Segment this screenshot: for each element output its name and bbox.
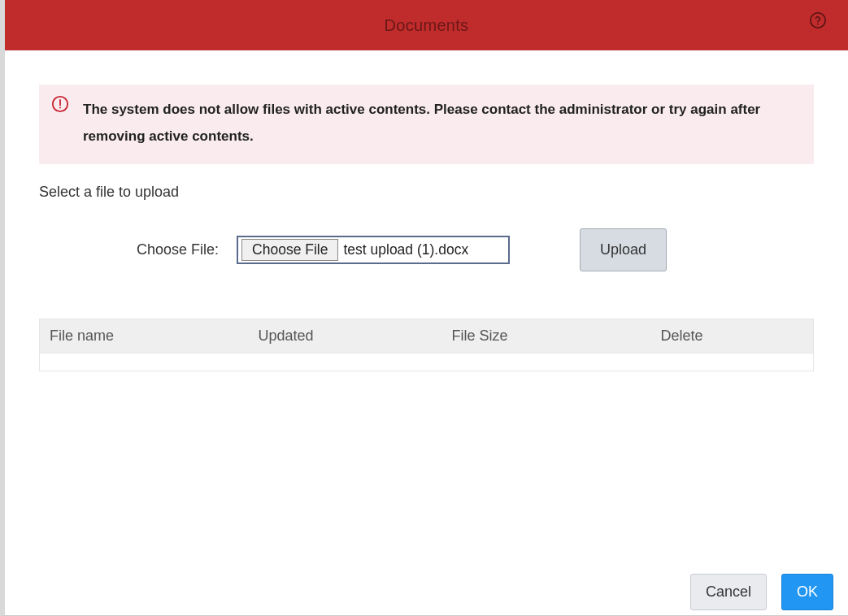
- files-table: File name Updated File Size Delete: [39, 319, 814, 371]
- table-header: File name Updated File Size Delete: [40, 319, 814, 354]
- documents-modal: Documents The system does not allow file…: [0, 0, 848, 616]
- error-message: The system does not allow files with act…: [83, 96, 799, 150]
- svg-point-0: [811, 13, 825, 28]
- svg-point-1: [817, 24, 819, 25]
- col-updated: Updated: [249, 319, 442, 354]
- cancel-button[interactable]: Cancel: [690, 574, 767, 610]
- col-file-size: File Size: [442, 319, 651, 354]
- select-file-label: Select a file to upload: [39, 184, 814, 201]
- modal-title: Documents: [385, 16, 469, 35]
- col-delete: Delete: [651, 319, 814, 354]
- modal-footer: Cancel OK: [5, 568, 848, 615]
- col-file-name: File name: [40, 319, 249, 354]
- choose-file-button[interactable]: Choose File: [241, 239, 338, 261]
- selected-file-name: test upload (1).docx: [343, 241, 468, 258]
- error-alert: The system does not allow files with act…: [39, 85, 814, 164]
- exclamation-circle-icon: [51, 95, 69, 113]
- ok-button[interactable]: OK: [781, 574, 833, 610]
- modal-content: The system does not allow files with act…: [5, 50, 848, 371]
- help-icon[interactable]: [809, 11, 827, 29]
- svg-point-4: [59, 107, 61, 109]
- file-input[interactable]: Choose File test upload (1).docx: [237, 236, 510, 264]
- upload-button[interactable]: Upload: [580, 228, 667, 271]
- choose-file-label: Choose File:: [137, 241, 219, 258]
- table-row: [40, 354, 814, 371]
- modal-header: Documents: [5, 0, 848, 50]
- upload-row: Choose File: Choose File test upload (1)…: [39, 228, 814, 271]
